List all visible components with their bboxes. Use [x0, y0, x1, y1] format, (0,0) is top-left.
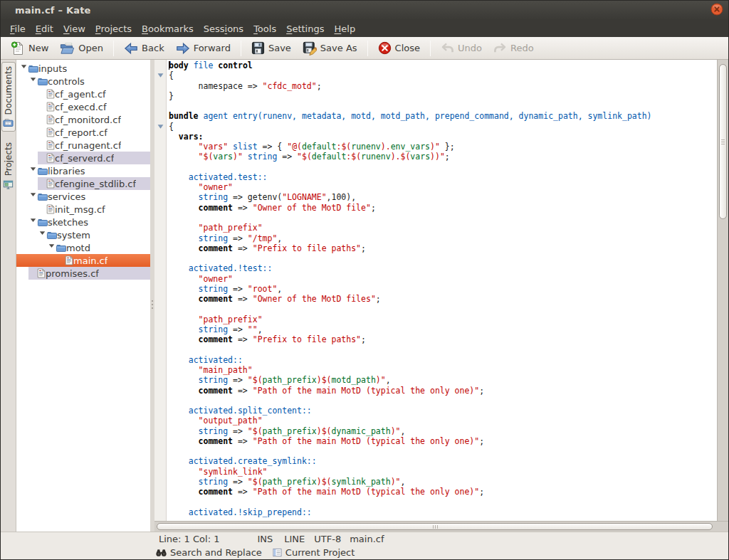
tree-item-label: controls [48, 76, 85, 87]
code-line: string => "", [169, 324, 717, 334]
editor-text-area[interactable]: body file control{ namespace => "cfdc_mo… [167, 60, 717, 521]
window-close-button[interactable] [710, 4, 723, 17]
expander-icon[interactable] [38, 228, 46, 241]
code-line [169, 446, 717, 456]
horizontal-scrollbar[interactable] [154, 521, 728, 532]
gutter-cell [154, 223, 166, 233]
folder-icon [37, 191, 48, 201]
tree-item-libraries[interactable]: libraries [16, 164, 150, 177]
gutter-cell [154, 253, 166, 263]
tree-item-init-msg-cf[interactable]: init_msg.cf [16, 203, 150, 216]
code-line: body file control [169, 60, 717, 70]
tree-item-cf-execd-cf[interactable]: cf_execd.cf [16, 100, 150, 113]
code-line: string => getenv("LOGNAME",100), [169, 192, 717, 202]
tree-item-cf-runagent-cf[interactable]: cf_runagent.cf [16, 139, 150, 152]
open-button[interactable]: Open [54, 39, 109, 58]
fold-arrow-icon[interactable] [154, 122, 166, 132]
tree-item-cf-monitord-cf[interactable]: cf_monitord.cf [16, 113, 150, 126]
tree-item-controls[interactable]: controls [16, 75, 150, 88]
sidebar-tabstrip: DocumentsProjects [1, 60, 16, 532]
menu-item-projects[interactable]: Projects [90, 21, 137, 36]
new-button[interactable]: New [5, 39, 54, 58]
sidebar-tab-projects[interactable]: Projects [1, 138, 16, 193]
code-line: comment => "Path of the main MotD (typic… [169, 436, 717, 446]
tree-item-sketches[interactable]: sketches [16, 216, 150, 228]
code-line [169, 396, 717, 406]
toolbar-button-label: Redo [510, 43, 534, 53]
code-line: string => "root", [169, 284, 717, 294]
gutter-cell [154, 344, 166, 354]
tree-item-inputs[interactable]: inputs [16, 62, 150, 75]
folder-icon [37, 217, 48, 227]
close-window-icon [710, 3, 723, 19]
tree-item-label: init_msg.cf [55, 204, 105, 215]
redo-button: Redo [488, 40, 540, 56]
gutter-cell [154, 477, 166, 487]
expander-icon[interactable] [28, 164, 37, 177]
close-button[interactable]: Close [372, 39, 426, 57]
tree-item-main-cf[interactable]: main.cf [16, 254, 150, 267]
gutter-cell [154, 172, 166, 182]
toolbar-button-label: Close [395, 43, 420, 53]
file-icon [46, 102, 55, 112]
folder-icon [37, 76, 48, 86]
code-line: comment => "Path of the main MotD (typic… [169, 487, 717, 497]
code-line: string => "$(path_prefix)$(symlink_path)… [169, 477, 717, 487]
tree-item-motd[interactable]: motd [16, 241, 150, 254]
expander-icon[interactable] [19, 62, 28, 75]
tree-item-cf-agent-cf[interactable]: cf_agent.cf [16, 88, 150, 100]
menu-item-tools[interactable]: Tools [248, 21, 281, 36]
forward-button[interactable]: Forward [170, 40, 236, 57]
tree-item-system[interactable]: system [16, 228, 150, 241]
toolview-bar: Search and ReplaceCurrent Project [1, 545, 728, 559]
menu-item-file[interactable]: File [5, 21, 31, 36]
tree-row-content: cfengine_stdlib.cf [38, 177, 150, 190]
gutter-cell [154, 456, 166, 466]
tree-item-promises-cf[interactable]: promises.cf [16, 267, 150, 280]
menu-item-help[interactable]: Help [330, 21, 361, 36]
toolbar: NewOpenBackForwardSaveSave AsCloseUndoRe… [1, 37, 728, 60]
back-arrow-icon [124, 42, 138, 55]
project-list-icon [273, 548, 282, 557]
tree-item-label: cf_serverd.cf [55, 153, 114, 164]
toolview-button-label: Current Project [285, 547, 355, 558]
vertical-scrollbar[interactable] [717, 60, 728, 521]
sidebar-tab-documents[interactable]: Documents [1, 62, 16, 132]
menu-item-settings[interactable]: Settings [281, 21, 329, 36]
tree-item-cf-serverd-cf[interactable]: cf_serverd.cf [16, 152, 150, 164]
expander-icon[interactable] [28, 75, 37, 88]
gutter-cell [154, 315, 166, 324]
file-icon [46, 140, 55, 150]
vertical-scrollbar-handle[interactable] [719, 64, 727, 219]
expander-icon[interactable] [28, 216, 37, 228]
fold-arrow-icon[interactable] [154, 70, 166, 80]
gutter-cell [154, 284, 166, 294]
projects-tab-icon [3, 179, 14, 190]
tree-row-content: cf_runagent.cf [38, 139, 150, 152]
horizontal-scrollbar-handle[interactable] [157, 523, 713, 530]
menu-item-edit[interactable]: Edit [31, 21, 58, 36]
tree-item-cf-report-cf[interactable]: cf_report.cf [16, 126, 150, 139]
gutter-cell [154, 213, 166, 223]
menubar: FileEditViewProjectsBookmarksSessionsToo… [1, 20, 728, 37]
expander-icon[interactable] [47, 241, 56, 254]
tree-row-content: main.cf [56, 254, 150, 267]
panel-splitter[interactable] [150, 60, 154, 532]
menu-item-view[interactable]: View [58, 21, 90, 36]
current-project-button[interactable]: Current Project [273, 547, 355, 558]
save-as-button[interactable]: Save As [297, 39, 363, 58]
titlebar: main.cf – Kate [1, 1, 728, 20]
gutter-cell [154, 446, 166, 456]
tree-item-services[interactable]: services [16, 190, 150, 203]
tree-row-content: cf_report.cf [38, 126, 150, 139]
back-button[interactable]: Back [118, 40, 170, 57]
expander-icon[interactable] [28, 190, 37, 203]
code-line: comment => "Prefix to file paths"; [169, 243, 717, 253]
search-and-replace-button[interactable]: Search and Replace [156, 547, 262, 558]
menu-item-sessions[interactable]: Sessions [199, 21, 248, 36]
menu-item-bookmarks[interactable]: Bookmarks [137, 21, 199, 36]
gutter-cell [154, 162, 166, 172]
save-button[interactable]: Save [246, 39, 297, 57]
undo-icon [441, 42, 454, 54]
tree-item-cfengine-stdlib-cf[interactable]: cfengine_stdlib.cf [16, 177, 150, 190]
